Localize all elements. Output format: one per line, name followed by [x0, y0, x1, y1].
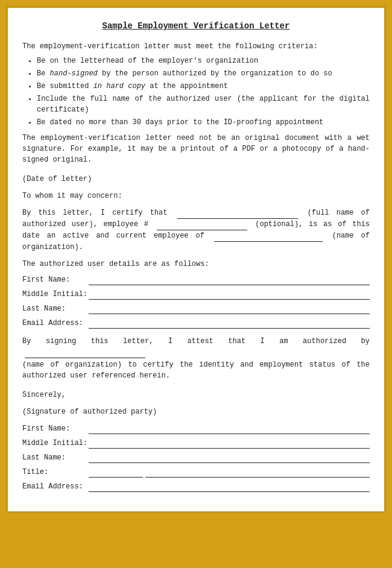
body-paragraph: The employment-verification letter need …: [22, 133, 370, 165]
field-line-sig-middle: [89, 439, 370, 449]
details-intro: The authorized user details are as follo…: [22, 259, 370, 270]
field-line-sig-email: [89, 482, 370, 492]
authorized-by-field: [25, 347, 145, 358]
list-item: Be on the letterhead of the employer's o…: [37, 55, 370, 66]
field-row-sig-lastname: Last Name:: [22, 452, 370, 463]
document-title: Sample Employment Verification Letter: [22, 20, 370, 33]
field-line-sig-title-rest: [145, 468, 370, 478]
field-row-sig-email: Email Address:: [22, 481, 370, 492]
intro-text: The employment-verification letter must …: [22, 41, 370, 52]
field-label-email: Email Address:: [22, 318, 89, 329]
field-row-sig-firstname: First Name:: [22, 423, 370, 434]
list-item: Include the full name of the authorized …: [37, 93, 370, 115]
field-row-lastname: Last Name:: [22, 303, 370, 314]
field-line-lastname: [89, 305, 370, 314]
field-line-sig-firstname: [89, 424, 370, 434]
date-placeholder: (Date of letter): [22, 174, 370, 185]
certify-block: By this letter, I certify that (full nam…: [22, 207, 370, 253]
field-label-sig-middle: Middle Initial:: [22, 438, 89, 449]
signature-placeholder: (Signature of authorized party): [22, 406, 370, 417]
list-item: Be submitted in hard copy at the appoint…: [37, 81, 370, 92]
field-label-lastname: Last Name:: [22, 303, 89, 314]
sincerely-block: Sincerely,: [22, 390, 370, 400]
date-block: (Date of letter): [22, 174, 370, 185]
field-row-sig-middle: Middle Initial:: [22, 438, 370, 449]
salutation: To whom it may concern:: [22, 191, 370, 201]
field-label-sig-title: Title:: [22, 467, 89, 478]
field-line-email: [89, 319, 370, 329]
field-row-middle: Middle Initial:: [22, 289, 370, 300]
field-line-middle: [89, 290, 370, 300]
list-item: Be dated no more than 30 days prior to t…: [37, 117, 370, 128]
field-row-email: Email Address:: [22, 318, 370, 329]
field-line-sig-title-short: [89, 468, 143, 478]
signing-block: By signing this letter, I attest that I …: [22, 336, 370, 381]
signature-block: (Signature of authorized party): [22, 406, 370, 417]
full-name-field: [177, 207, 298, 219]
field-line-sig-lastname: [89, 453, 370, 463]
criteria-list: Be on the letterhead of the employer's o…: [37, 55, 370, 128]
list-item: Be hand-signed by the person authorized …: [37, 68, 370, 79]
field-label-middle: Middle Initial:: [22, 289, 89, 300]
field-label-sig-email: Email Address:: [22, 481, 89, 492]
field-label-sig-lastname: Last Name:: [22, 452, 89, 463]
document-container: Sample Employment Verification Letter Th…: [6, 6, 386, 513]
sincerely-text: Sincerely,: [22, 390, 370, 400]
org-name-field: [214, 230, 323, 242]
field-row-sig-title: Title:: [22, 467, 370, 478]
authorized-user-fields: First Name: Middle Initial: Last Name: E…: [22, 274, 370, 329]
field-label-firstname: First Name:: [22, 274, 89, 285]
signatory-fields: First Name: Middle Initial: Last Name: T…: [22, 423, 370, 492]
field-label-sig-firstname: First Name:: [22, 423, 89, 434]
employee-number-field: [157, 219, 247, 230]
field-row-firstname: First Name:: [22, 274, 370, 285]
field-line-firstname: [89, 276, 370, 285]
